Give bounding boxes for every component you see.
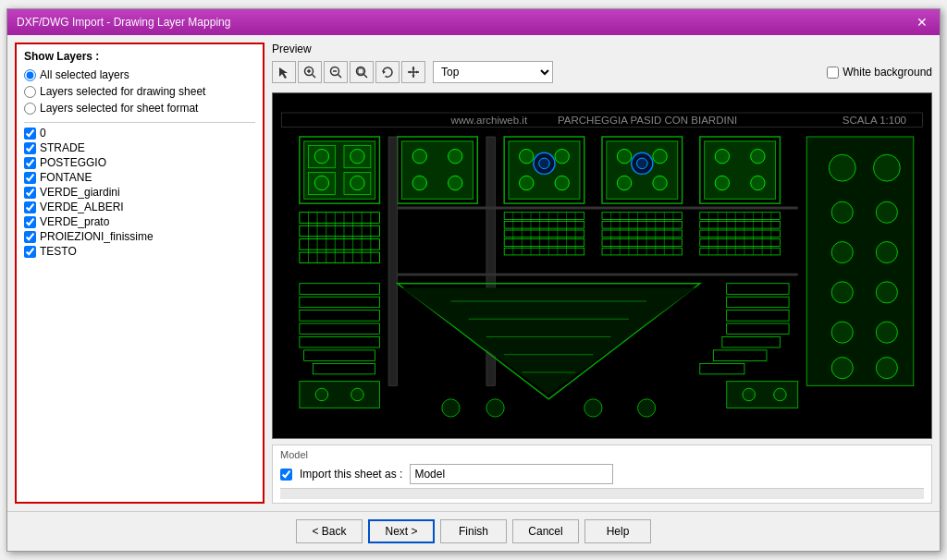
svg-point-65 bbox=[617, 176, 631, 189]
radio-drawing-sheet-label: Layers selected for drawing sheet bbox=[40, 85, 205, 98]
radio-all-layers-input[interactable] bbox=[24, 69, 36, 81]
next-button[interactable]: Next > bbox=[368, 519, 435, 543]
zoom-out-button[interactable] bbox=[324, 61, 348, 83]
radio-all-layers-label: All selected layers bbox=[40, 68, 129, 81]
layer-item[interactable]: VERDE_ALBERI bbox=[24, 201, 255, 213]
layer-checkbox[interactable] bbox=[24, 246, 36, 258]
layer-checkbox[interactable] bbox=[24, 216, 36, 228]
svg-point-56 bbox=[555, 149, 569, 163]
separator bbox=[24, 122, 255, 123]
svg-point-31 bbox=[314, 176, 328, 189]
model-name-input[interactable] bbox=[410, 464, 613, 484]
layer-checkbox[interactable] bbox=[24, 142, 36, 154]
radio-all-layers[interactable]: All selected layers bbox=[24, 68, 255, 81]
toolbar: Top Front Right Isometric White backgrou… bbox=[272, 61, 932, 83]
svg-point-156 bbox=[442, 399, 460, 417]
preview-svg: www.archiweb.it PARCHEGGIA PASID CON BIA… bbox=[273, 93, 931, 438]
svg-line-4 bbox=[313, 75, 316, 79]
layer-name: VERDE_ALBERI bbox=[40, 201, 124, 213]
layer-checkbox[interactable] bbox=[24, 201, 36, 213]
svg-point-35 bbox=[412, 149, 426, 163]
svg-point-83 bbox=[876, 282, 897, 303]
layer-item[interactable]: VERDE_giardini bbox=[24, 186, 255, 199]
layer-item[interactable]: FONTANE bbox=[24, 171, 255, 184]
radio-drawing-sheet[interactable]: Layers selected for drawing sheet bbox=[24, 85, 255, 98]
close-button[interactable]: ✕ bbox=[914, 14, 930, 30]
layer-item[interactable]: VERDE_prato bbox=[24, 215, 255, 228]
svg-point-64 bbox=[653, 149, 667, 163]
left-panel: Show Layers : All selected layers Layers… bbox=[15, 43, 264, 504]
svg-marker-11 bbox=[383, 70, 386, 74]
layer-item[interactable]: POSTEGGIO bbox=[24, 156, 255, 169]
layer-name: FONTANE bbox=[40, 171, 92, 184]
svg-rect-10 bbox=[358, 68, 363, 74]
preview-label: Preview bbox=[272, 43, 932, 55]
svg-point-84 bbox=[831, 322, 853, 343]
cursor-tool-button[interactable] bbox=[272, 61, 296, 83]
svg-line-9 bbox=[364, 75, 368, 79]
svg-point-78 bbox=[831, 201, 853, 223]
layer-checkbox[interactable] bbox=[24, 231, 36, 243]
dialog-content: Show Layers : All selected layers Layers… bbox=[7, 35, 940, 511]
finish-button[interactable]: Finish bbox=[440, 519, 507, 543]
svg-point-73 bbox=[715, 176, 729, 189]
layer-item[interactable]: STRADE bbox=[24, 141, 255, 154]
layer-checkbox[interactable] bbox=[24, 128, 36, 140]
white-background-checkbox[interactable] bbox=[827, 67, 839, 79]
view-select[interactable]: Top Front Right Isometric bbox=[433, 61, 553, 83]
help-button[interactable]: Help bbox=[584, 519, 651, 543]
svg-point-66 bbox=[653, 176, 667, 189]
svg-point-57 bbox=[520, 176, 534, 189]
layer-checkbox[interactable] bbox=[24, 187, 36, 199]
back-button[interactable]: < Back bbox=[296, 519, 363, 543]
white-background-label[interactable]: White background bbox=[827, 66, 932, 79]
layer-checkbox[interactable] bbox=[24, 157, 36, 169]
layer-name: TESTO bbox=[40, 245, 77, 258]
svg-marker-17 bbox=[416, 71, 419, 74]
radio-drawing-sheet-input[interactable] bbox=[24, 86, 36, 98]
svg-point-86 bbox=[831, 358, 853, 379]
svg-point-63 bbox=[617, 149, 631, 163]
layer-list: 0STRADEPOSTEGGIOFONTANEVERDE_giardiniVER… bbox=[24, 127, 255, 258]
svg-rect-141 bbox=[300, 382, 380, 408]
svg-point-55 bbox=[520, 149, 534, 163]
show-layers-title: Show Layers : bbox=[24, 50, 255, 63]
svg-point-71 bbox=[715, 149, 729, 163]
svg-point-80 bbox=[831, 242, 853, 263]
svg-point-32 bbox=[351, 176, 364, 189]
layer-item[interactable]: 0 bbox=[24, 127, 255, 140]
svg-text:PARCHEGGIA PASID CON BIARDINI: PARCHEGGIA PASID CON BIARDINI bbox=[558, 115, 737, 126]
zoom-out-icon bbox=[329, 66, 342, 79]
radio-sheet-format[interactable]: Layers selected for sheet format bbox=[24, 102, 255, 115]
main-dialog: DXF/DWG Import - Drawing Layer Mapping ✕… bbox=[6, 8, 941, 552]
svg-rect-151 bbox=[727, 382, 798, 408]
preview-canvas: www.archiweb.it PARCHEGGIA PASID CON BIA… bbox=[272, 92, 932, 439]
import-sheet-checkbox[interactable] bbox=[280, 469, 292, 481]
zoom-in-button[interactable] bbox=[298, 61, 322, 83]
svg-point-158 bbox=[584, 399, 602, 417]
zoom-fit-button[interactable] bbox=[350, 61, 374, 83]
model-section: Model Import this sheet as : bbox=[272, 444, 932, 504]
layer-checkbox[interactable] bbox=[24, 172, 36, 184]
svg-marker-0 bbox=[279, 67, 288, 79]
layer-name: VERDE_prato bbox=[40, 215, 109, 228]
layer-item[interactable]: PROIEZIONI_finissime bbox=[24, 230, 255, 243]
zoom-in-icon bbox=[303, 66, 316, 79]
zoom-fit-icon bbox=[355, 66, 368, 79]
svg-point-37 bbox=[412, 176, 426, 189]
svg-point-72 bbox=[751, 149, 765, 163]
svg-rect-39 bbox=[388, 137, 398, 385]
svg-point-36 bbox=[449, 149, 462, 163]
layer-name: POSTEGGIO bbox=[40, 156, 106, 169]
cancel-button[interactable]: Cancel bbox=[512, 519, 579, 543]
svg-marker-16 bbox=[408, 71, 411, 74]
svg-text:SCALA 1:100: SCALA 1:100 bbox=[842, 115, 906, 126]
layer-name: 0 bbox=[40, 127, 46, 140]
refresh-button[interactable] bbox=[375, 61, 400, 83]
svg-point-159 bbox=[637, 399, 655, 417]
layer-item[interactable]: TESTO bbox=[24, 245, 255, 258]
pan-button[interactable] bbox=[401, 61, 425, 83]
radio-group: All selected layers Layers selected for … bbox=[24, 68, 255, 115]
svg-text:www.archiweb.it: www.archiweb.it bbox=[449, 115, 527, 126]
radio-sheet-format-input[interactable] bbox=[24, 103, 36, 115]
